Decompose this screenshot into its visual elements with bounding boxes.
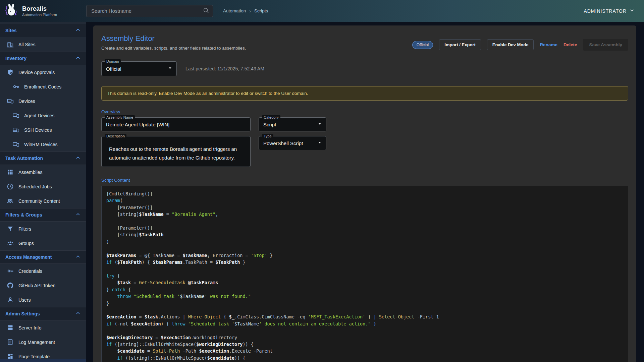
sidebar-item-label: WinRM Devices [24, 142, 58, 147]
sidebar-item-filters[interactable]: Filters [0, 222, 86, 236]
sidebar-item-label: Device Approvals [18, 70, 55, 75]
sidebar-item-users[interactable]: Users [0, 293, 86, 307]
sidebar-item-enrollment-codes[interactable]: Enrollment Codes [0, 79, 86, 94]
sidebar-item-ssh-devices[interactable]: SSH Devices [0, 123, 86, 137]
breadcrumb-scripts[interactable]: Scripts [254, 8, 268, 13]
page-title: Assembly Editor [101, 34, 246, 43]
sidebar-item-label: Community Content [18, 198, 60, 204]
sidebar-item-community-content[interactable]: Community Content [0, 194, 86, 208]
top-bar: Borealis Automation Platform Automation … [0, 0, 644, 22]
clock-icon [7, 183, 14, 190]
sidebar-section-task-automation[interactable]: Task Automation [0, 152, 86, 165]
chevron-up-icon [75, 55, 81, 62]
code-line: [Parameter()] [106, 204, 623, 211]
code-line: [string]$TaskPath [106, 231, 623, 238]
sidebar-item-devices[interactable]: Devices [0, 94, 86, 108]
devices-icon [12, 126, 19, 133]
people-icon [7, 197, 14, 204]
description-field[interactable]: Description Reaches out to the remote Bo… [101, 136, 251, 167]
github-icon [7, 282, 14, 289]
domain-select[interactable]: Domain Official [101, 61, 177, 76]
chevron-up-icon [75, 310, 81, 317]
chevron-up-icon [75, 155, 81, 162]
sidebar-item-page-template[interactable]: Page Template [0, 349, 86, 359]
brand: Borealis Automation Platform [0, 3, 83, 19]
category-select[interactable]: Category Script [259, 117, 326, 131]
code-line [106, 218, 623, 225]
code-line: ) [106, 238, 623, 245]
sidebar-item-winrm-devices[interactable]: WinRM Devices [0, 137, 86, 152]
sidebar-item-label: Agent Devices [24, 113, 54, 118]
building-icon [7, 41, 14, 48]
app-root: Borealis Automation Platform Automation … [0, 0, 644, 362]
sidebar-item-label: Page Template [18, 354, 50, 359]
devices-icon [12, 141, 19, 148]
sidebar-item-label: Server Info [18, 325, 41, 330]
search-input[interactable] [91, 8, 203, 14]
sidebar: SitesAll SitesInventoryDevice ApprovalsE… [0, 22, 86, 362]
server-icon [7, 324, 14, 331]
sidebar-item-github-api-token[interactable]: GitHub API Token [0, 278, 86, 293]
devices-icon [12, 112, 19, 119]
chevron-down-icon [629, 8, 635, 14]
assembly-name-field[interactable]: Assembly Name [101, 117, 251, 131]
script-code-editor[interactable]: [CmdletBinding()]param( [Parameter()] [s… [101, 186, 628, 362]
log-icon [7, 339, 14, 346]
hostname-search[interactable] [86, 5, 213, 17]
sidebar-section-access-management[interactable]: Access Management [0, 250, 86, 264]
code-line: $task = Get-ScheduledTask @taskParams [106, 279, 623, 286]
sidebar-section-sites[interactable]: Sites [0, 24, 86, 37]
assembly-name-input[interactable] [102, 118, 250, 131]
enable-dev-mode-button[interactable]: Enable Dev Mode [487, 39, 534, 50]
code-line: if ($TaskPath) { $taskParams.TaskPath = … [106, 259, 623, 265]
sidebar-item-label: Users [18, 297, 31, 303]
sidebar-item-all-sites[interactable]: All Sites [0, 37, 86, 52]
code-line: } catch { [106, 286, 623, 293]
description-text: Reaches out to the remote Borealis agent… [102, 136, 250, 162]
code-line [106, 307, 623, 313]
sidebar-item-label: Credentials [18, 268, 42, 274]
sidebar-item-scheduled-jobs[interactable]: Scheduled Jobs [0, 179, 86, 194]
sidebar-item-label: Assemblies [18, 170, 43, 175]
shield-icon [7, 69, 14, 76]
brand-title: Borealis [22, 5, 57, 12]
code-line: try { [106, 273, 623, 279]
sidebar-section-label: Access Management [5, 254, 52, 260]
official-badge: Official [412, 41, 433, 49]
type-select[interactable]: Type PowerShell Script [259, 136, 326, 150]
user-menu[interactable]: ADMINISTRATOR [584, 8, 635, 14]
sidebar-section-admin-settings[interactable]: Admin Settings [0, 307, 86, 320]
grid-icon [7, 169, 14, 176]
code-line: } [106, 300, 623, 307]
search-icon[interactable] [203, 7, 209, 15]
rename-button[interactable]: Rename [540, 42, 557, 47]
sidebar-item-device-approvals[interactable]: Device Approvals [0, 65, 86, 79]
sidebar-item-label: Log Management [18, 340, 55, 345]
filter-icon [7, 225, 14, 232]
sidebar-item-assemblies[interactable]: Assemblies [0, 165, 86, 179]
save-assembly-button[interactable]: Save Assembly [583, 39, 628, 51]
assembly-editor-card: Assembly Editor Create and edit variable… [93, 25, 636, 362]
code-line [106, 245, 623, 252]
delete-button[interactable]: Delete [564, 42, 577, 47]
breadcrumb-separator-icon: › [249, 8, 251, 14]
sidebar-item-label: Devices [18, 99, 35, 104]
code-line [106, 327, 623, 334]
code-line: throw "Scheduled task '$TaskName' was no… [106, 293, 623, 300]
breadcrumb-automation[interactable]: Automation [223, 8, 246, 13]
sidebar-item-log-management[interactable]: Log Management [0, 335, 86, 349]
sidebar-item-agent-devices[interactable]: Agent Devices [0, 108, 86, 123]
code-line: [CmdletBinding()] [106, 190, 623, 197]
breadcrumb: Automation › Scripts [223, 8, 268, 14]
sidebar-section-label: Filters & Groups [5, 212, 42, 218]
code-line: if ([string]::IsNullOrWhiteSpace($candid… [106, 355, 623, 361]
code-line: $execAction = $task.Actions | Where-Obje… [106, 313, 623, 320]
sidebar-section-inventory[interactable]: Inventory [0, 52, 86, 65]
code-line: if (-not $execAction) { throw "Scheduled… [106, 320, 623, 327]
sidebar-item-credentials[interactable]: Credentials [0, 264, 86, 278]
sidebar-section-filters-groups[interactable]: Filters & Groups [0, 208, 86, 222]
sidebar-item-server-info[interactable]: Server Info [0, 320, 86, 335]
import-export-button[interactable]: Import / Export [439, 39, 481, 50]
sidebar-item-groups[interactable]: Groups [0, 236, 86, 250]
description-label: Description [105, 134, 126, 138]
